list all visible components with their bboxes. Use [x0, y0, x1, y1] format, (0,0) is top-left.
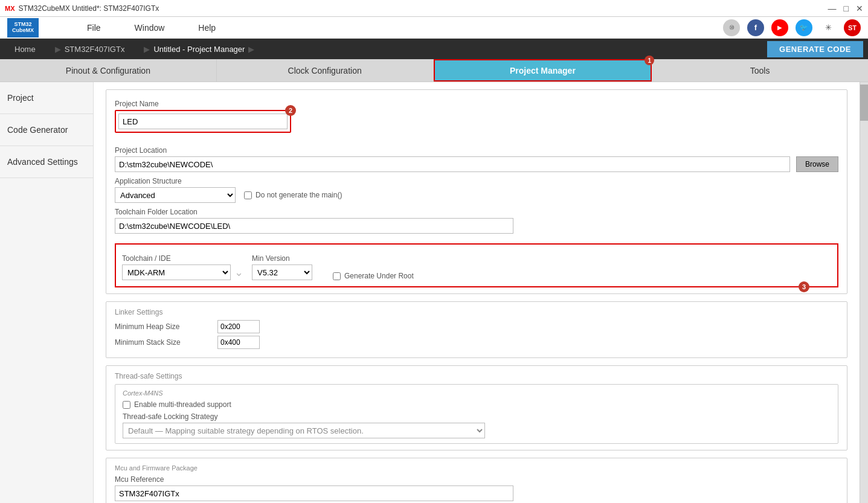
toolchain-folder-input[interactable]: [115, 218, 513, 234]
min-version-label: Min Version: [252, 254, 312, 263]
project-section: Project Name 2 Project Location Browse A…: [106, 89, 847, 294]
tab-bar: Pinout & Configuration Clock Configurati…: [0, 59, 868, 82]
generate-under-root-label[interactable]: Generate Under Root: [333, 272, 414, 280]
sidebar: Project Code Generator Advanced Settings: [0, 82, 94, 503]
linker-stack-input[interactable]: [217, 336, 260, 349]
tab-clock[interactable]: Clock Configuration: [217, 59, 434, 82]
app-structure-select[interactable]: Basic Advanced: [115, 187, 236, 203]
main-layout: Project Code Generator Advanced Settings…: [0, 82, 868, 503]
st-logo: ST: [844, 19, 861, 36]
badge-2: 2: [285, 105, 296, 116]
nav-mcu[interactable]: ▶ STM32F407IGTx: [45, 41, 135, 57]
project-location-label: Project Location: [115, 146, 838, 155]
twitter-icon[interactable]: 🐦: [796, 19, 812, 36]
project-name-border: 2: [115, 110, 291, 133]
sidebar-item-code-generator[interactable]: Code Generator: [0, 114, 93, 146]
menu-items: File Window Help: [82, 21, 220, 35]
toolchain-label: Toolchain / IDE: [122, 254, 243, 263]
scrollbar-thumb[interactable]: [860, 85, 868, 121]
thread-group: Cortex-M4NS Enable multi-threaded suppor…: [115, 384, 838, 444]
linker-stack-row: Minimum Stack Size: [115, 336, 838, 349]
nav-project[interactable]: ▶ Untitled - Project Manager ▶: [134, 41, 264, 57]
sidebar-item-advanced-settings[interactable]: Advanced Settings: [0, 146, 93, 178]
strategy-label: Thread-safe Locking Strategy: [123, 412, 831, 421]
browse-button[interactable]: Browse: [796, 156, 838, 172]
tab-pinout[interactable]: Pinout & Configuration: [0, 59, 217, 82]
badge-3: 3: [799, 281, 809, 292]
no-main-checkbox-label[interactable]: Do not generate the main(): [244, 191, 342, 199]
content-area: Project Name 2 Project Location Browse A…: [94, 82, 860, 503]
title-bar: MX STM32CubeMX Untitled*: STM32F407IGTx …: [0, 0, 868, 17]
menu-help[interactable]: Help: [193, 21, 220, 35]
linker-heap-label: Minimum Heap Size: [115, 322, 211, 331]
project-location-input[interactable]: [115, 156, 790, 172]
project-location-row: Browse: [115, 156, 838, 172]
menu-window[interactable]: Window: [130, 21, 170, 35]
nav-bar: Home ▶ STM32F407IGTx ▶ Untitled - Projec…: [0, 39, 868, 59]
thread-safe-section-label: Thread-safe Settings: [115, 372, 838, 380]
toolchain-select[interactable]: MDK-ARM IAR GCC: [122, 264, 231, 280]
multi-thread-checkbox-label[interactable]: Enable multi-threaded support: [123, 400, 831, 409]
project-name-label: Project Name: [115, 100, 291, 108]
linker-section-label: Linker Settings: [115, 308, 838, 316]
linker-heap-row: Minimum Heap Size: [115, 320, 838, 333]
project-name-field-wrapper: Project Name 2: [115, 96, 291, 138]
toolchain-folder-label: Toolchain Folder Location: [115, 208, 838, 216]
toolchain-section: Toolchain / IDE MDK-ARM IAR GCC ⌄ Min Ve…: [115, 243, 838, 287]
logo-area: STM32 CubeMX: [0, 18, 46, 37]
menu-bar: STM32 CubeMX File Window Help ⑩ f ▶ 🐦 ✳ …: [0, 17, 868, 39]
asterisk-icon[interactable]: ✳: [820, 19, 837, 36]
tab-project-manager[interactable]: Project Manager 1: [434, 59, 652, 82]
project-name-input[interactable]: [118, 114, 288, 129]
linker-stack-label: Minimum Stack Size: [115, 338, 211, 347]
right-scrollbar[interactable]: [860, 82, 868, 503]
app-icon: MX: [5, 5, 15, 12]
app-logo: STM32 CubeMX: [7, 18, 39, 37]
sidebar-item-project[interactable]: Project: [0, 82, 93, 114]
minimize-button[interactable]: —: [828, 4, 837, 13]
maximize-button[interactable]: □: [844, 4, 849, 13]
min-version-col: Min Version V5.32 V5.27 V5.00: [252, 251, 312, 280]
nav-home[interactable]: Home: [5, 41, 45, 57]
thread-safe-section: Thread-safe Settings Cortex-M4NS Enable …: [106, 365, 847, 450]
youtube2-icon[interactable]: ▶: [771, 19, 788, 36]
title-text: STM32CubeMX Untitled*: STM32F407IGTx: [19, 4, 828, 13]
window-controls[interactable]: — □ ✕: [828, 4, 863, 13]
toolchain-col: Toolchain / IDE MDK-ARM IAR GCC ⌄: [122, 251, 243, 280]
close-button[interactable]: ✕: [856, 4, 863, 13]
social-icons: ⑩ f ▶ 🐦 ✳ ST: [723, 19, 868, 36]
firmware-section: Mcu and Firmware Package Mcu Reference F…: [106, 458, 847, 503]
tab-tools[interactable]: Tools: [652, 59, 868, 82]
linker-section: Linker Settings Minimum Heap Size Minimu…: [106, 301, 847, 358]
generate-under-root-checkbox[interactable]: [333, 272, 341, 280]
toolchain-dropdown-icon: ⌄: [234, 266, 243, 279]
strategy-select[interactable]: Default — Mapping suitable strategy depe…: [123, 423, 485, 438]
generate-code-button[interactable]: GENERATE CODE: [767, 41, 863, 57]
facebook-icon[interactable]: f: [747, 19, 764, 36]
cortex-label: Cortex-M4NS: [123, 389, 831, 397]
mcu-ref-label: Mcu Reference: [115, 475, 838, 484]
youtube-icon[interactable]: ⑩: [723, 19, 740, 36]
no-main-checkbox[interactable]: [244, 191, 252, 199]
multi-thread-checkbox[interactable]: [123, 401, 130, 409]
firmware-section-label: Mcu and Firmware Package: [115, 464, 838, 472]
mcu-ref-input[interactable]: [115, 485, 513, 501]
app-structure-row: Basic Advanced Do not generate the main(…: [115, 187, 838, 203]
toolchain-row: Toolchain / IDE MDK-ARM IAR GCC ⌄ Min Ve…: [122, 251, 831, 280]
app-structure-label: Application Structure: [115, 177, 838, 185]
menu-file[interactable]: File: [82, 21, 106, 35]
linker-heap-input[interactable]: [217, 320, 260, 333]
strategy-select-wrapper: Default — Mapping suitable strategy depe…: [123, 423, 831, 438]
min-version-select[interactable]: V5.32 V5.27 V5.00: [252, 264, 312, 280]
